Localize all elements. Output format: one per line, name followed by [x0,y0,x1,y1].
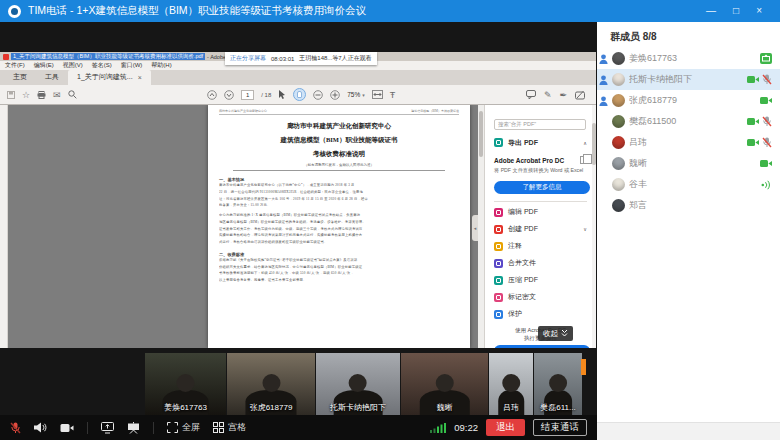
panel-tool-row[interactable]: 标记密文 [494,289,587,306]
acrobat-toolbar: ☆ ✉ 1 / 18 75% ▾ [0,85,596,105]
panel-collapse-handle[interactable]: ◂ [472,215,478,241]
collapse-videos-button[interactable]: 收起 [538,326,573,341]
acrobat-filename: 1_关于问询建筑信息模型（BIM）职业技能等级证书考核费用标准以供询价.pdf [11,53,205,60]
tool-icon [494,242,503,251]
stamp-icon[interactable]: ✒ [559,90,567,100]
tool-icon [494,293,503,302]
email-icon[interactable]: ✉ [53,90,61,100]
comment-icon[interactable] [526,90,536,99]
star-icon[interactable]: ☆ [22,90,30,100]
panel-tool-row[interactable]: 合并文件 [494,255,587,272]
zoom-in-icon[interactable] [330,90,340,100]
panel-scrollbar[interactable] [592,105,596,348]
camera-button[interactable] [60,423,74,433]
fit-width-icon[interactable] [372,90,383,99]
camera-on-icon [747,117,759,126]
grid-view-button[interactable]: 宫格 [213,421,246,434]
video-thumbnail[interactable]: 吕玮 [489,353,533,415]
chevron-down-icon[interactable]: ∨ [583,226,587,232]
tim-logo-icon [8,5,21,18]
member-status-icons [760,159,772,168]
save-icon[interactable] [7,91,15,99]
zoom-level-select[interactable]: 75% ▾ [347,91,365,98]
menu-item[interactable]: 视图(V) [63,61,83,70]
member-row[interactable]: 郑言 [597,195,780,216]
tools-search-input[interactable] [494,119,586,130]
doc-text-line: 依据教育部《关于在院校实施“学历证书+若干职业技能等级证书”制度试点方案》及培训… [219,257,459,264]
member-name: 托斯卡纳艳阳下 [629,73,743,86]
promo-text: 将 PDF 文件直接转换为 Word 或 Excel [494,167,586,175]
tool-label: 标记密文 [508,292,536,302]
page-up-icon[interactable] [207,90,217,100]
menu-item[interactable]: 帮助(H) [151,61,171,70]
member-row[interactable]: 魏晰 [597,153,780,174]
tab-home[interactable]: 主页 [4,70,36,85]
menu-item[interactable]: 签名(S) [92,61,112,70]
member-row[interactable]: 吕玮 [597,132,780,153]
learn-more-button[interactable]: 了解更多信息 [494,181,590,194]
doc-text-line: 址：河北省廊坊市经济开发区第一大街 106 号，2019 年 11 月 15 日… [219,196,459,203]
panel-tool-row[interactable]: 编辑 PDF [494,204,587,221]
free-trial-button[interactable]: 免费试用 [494,345,590,348]
in-call-person-icon [599,75,608,85]
fill-sign-icon[interactable] [575,90,585,100]
mic-muted-icon [762,74,772,85]
panel-tool-row[interactable]: 注释 [494,238,587,255]
member-row[interactable]: 谷丰 [597,174,780,195]
copy-icon [580,156,587,164]
doc-text-line: 22 日，统一社会信用代码 91131000MA08HX2J5R，社会组织类型：… [219,189,459,196]
avatar [612,52,625,65]
zoom-out-icon[interactable] [313,90,323,100]
read-mode-icon[interactable]: Ŧ [390,90,396,100]
video-thumbnail[interactable]: 魏晰 [401,353,488,415]
panel-tool-row[interactable]: 压缩 PDF [494,272,587,289]
fullscreen-button[interactable]: 全屏 [167,421,200,434]
end-call-button[interactable]: 结束通话 [533,419,587,436]
tim-call-window: TIM电话 - 1+X建筑信息模型（BIM）职业技能等级证书考核费用询价会议 —… [0,0,780,440]
close-button[interactable]: × [756,0,762,22]
panel-tool-row[interactable]: 保护 [494,306,587,323]
minimize-button[interactable]: — [706,0,716,22]
speaker-button[interactable] [34,422,47,433]
search-icon[interactable] [68,90,77,99]
pencil-icon[interactable]: ✎ [544,90,552,100]
grid-label: 宫格 [228,421,246,434]
video-thumbnail[interactable]: 樊磊611... [534,353,582,415]
menu-item[interactable]: 窗口(W) [121,61,143,70]
member-row[interactable]: 托斯卡纳艳阳下 [597,69,780,90]
whiteboard-button[interactable] [127,422,140,434]
mic-muted-button[interactable] [10,422,21,434]
panel-tool-row[interactable]: 创建 PDF ∨ [494,221,587,238]
share-timer: 08:03:01 [271,56,294,62]
screen-share-button[interactable] [101,422,114,434]
tab-tools[interactable]: 工具 [36,70,68,85]
video-thumbnail[interactable]: 姜焕617763 [145,353,226,415]
page-number-input[interactable]: 1 [241,90,254,100]
video-thumbnail[interactable]: 张虎618779 [227,353,315,415]
video-participant-name: 魏晰 [437,402,453,413]
export-pdf-row[interactable]: 导出 PDF ∧ [494,134,587,151]
tab-close-icon[interactable]: × [138,74,142,81]
doc-text-line: 书考核收费标准说明如下：初级 450 元/人·次，中级 550 元/人·次，高级… [219,270,459,277]
member-row[interactable]: 姜焕617763 [597,48,780,69]
nav-pane-strip[interactable] [0,105,8,348]
signal-icon [430,423,446,433]
menu-item[interactable]: 文件(F) [5,61,25,70]
document-area[interactable]: 廊坊市中科建筑产业化创新研究中心 建筑信息模型（BIM）考核收费标准 廊坊市中科… [8,105,478,348]
tool-label: 注释 [508,241,522,251]
maximize-button[interactable]: □ [733,0,739,22]
select-tool-icon[interactable] [278,90,286,100]
tool-icon [494,259,503,268]
member-row[interactable]: 樊磊611500 [597,111,780,132]
tab-document[interactable]: 1_关于问询建筑... × [68,70,151,85]
exit-button[interactable]: 退出 [486,419,525,436]
chevron-up-icon[interactable]: ∧ [583,140,587,146]
member-row[interactable]: 张虎618779 [597,90,780,111]
hand-tool-icon[interactable] [293,88,306,101]
print-icon[interactable] [37,91,46,99]
prodc-promo: Adobe Acrobat Pro DC 将 PDF 文件直接转换为 Word … [494,156,587,194]
page-down-icon[interactable] [224,90,234,100]
video-thumbnail[interactable]: 托斯卡纳艳阳下 [316,353,400,415]
doc-title-line3: 考核收费标准说明 [219,150,459,159]
menu-item[interactable]: 编辑(E) [34,61,54,70]
